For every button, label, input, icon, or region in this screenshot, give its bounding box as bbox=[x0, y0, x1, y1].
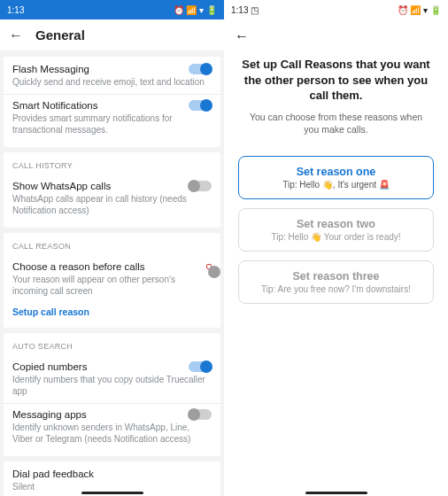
status-time: 1:13 ◳ bbox=[231, 5, 259, 15]
row-title: Dial pad feedback bbox=[12, 469, 94, 479]
row-title: Messaging apps bbox=[12, 409, 87, 420]
setup-subtitle: You can choose from these reasons when y… bbox=[238, 111, 434, 136]
row-title: Copied numbers bbox=[12, 361, 87, 372]
section-label: CALL HISTORY bbox=[4, 154, 220, 175]
reason-tip: Tip: Hello 👋, It's urgent 🚨 bbox=[246, 180, 426, 190]
reason-card-3[interactable]: Set reason three Tip: Are you free now? … bbox=[238, 260, 434, 304]
highlight-box bbox=[206, 264, 212, 269]
reason-title: Set reason one bbox=[246, 166, 426, 178]
reason-card-1[interactable]: Set reason one Tip: Hello 👋, It's urgent… bbox=[238, 156, 434, 199]
call-reason-setup-screen: 1:13 ◳ ⏰ 📶 ▾ 🔋 ← Set up Call Reasons tha… bbox=[224, 0, 448, 496]
card-call-history: CALL HISTORY Show WhatsApp calls WhatsAp… bbox=[4, 152, 220, 228]
toggle-copied-numbers[interactable] bbox=[189, 361, 212, 372]
status-icons: ⏰ 📶 ▾ 🔋 bbox=[398, 5, 441, 15]
app-bar: ← General bbox=[0, 19, 224, 51]
card-call-reason: CALL REASON Choose a reason before calls… bbox=[4, 233, 220, 328]
row-subtitle: Provides smart summary notifications for… bbox=[4, 112, 220, 142]
setup-title: Set up Call Reasons that you want the ot… bbox=[238, 57, 434, 104]
row-title: Smart Notifications bbox=[12, 100, 98, 111]
row-subtitle: WhatsApp calls appear in call history (n… bbox=[4, 193, 220, 222]
row-title: Flash Messaging bbox=[12, 64, 89, 74]
row-subtitle: Identify unknown senders in WhatsApp, Li… bbox=[4, 422, 220, 451]
reason-title: Set reason two bbox=[246, 218, 426, 230]
section-label: CALL REASON bbox=[4, 235, 220, 256]
toggle-flash-messaging[interactable] bbox=[189, 64, 212, 74]
content: Set up Call Reasons that you want the ot… bbox=[224, 53, 448, 313]
row-smart-notifications[interactable]: Smart Notifications bbox=[4, 95, 220, 112]
status-bar: 1:13 ⏰ 📶 ▾ 🔋 bbox=[0, 0, 224, 19]
status-icons: ⏰ 📶 ▾ 🔋 bbox=[174, 5, 217, 15]
row-subtitle: Quickly send and receive emoji, text and… bbox=[4, 76, 220, 94]
gesture-nav-pill bbox=[305, 492, 367, 494]
link-setup-call-reason[interactable]: Setup call reason bbox=[4, 303, 220, 322]
row-subtitle: Your reason will appear on other person'… bbox=[4, 274, 220, 303]
row-messaging-apps[interactable]: Messaging apps bbox=[4, 404, 220, 422]
toggle-whatsapp-calls[interactable] bbox=[189, 181, 212, 191]
card-general: Flash Messaging Quickly send and receive… bbox=[4, 57, 220, 147]
row-dialpad-feedback[interactable]: Dial pad feedback bbox=[4, 463, 220, 481]
back-arrow-icon[interactable]: ← bbox=[235, 28, 249, 44]
reason-card-2[interactable]: Set reason two Tip: Hello 👋 Your order i… bbox=[238, 208, 434, 252]
settings-list[interactable]: Flash Messaging Quickly send and receive… bbox=[0, 51, 224, 496]
row-title: Show WhatsApp calls bbox=[12, 181, 111, 191]
row-copied-numbers[interactable]: Copied numbers bbox=[4, 356, 220, 374]
reason-title: Set reason three bbox=[246, 270, 426, 283]
settings-screen: 1:13 ⏰ 📶 ▾ 🔋 ← General Flash Messaging Q… bbox=[0, 0, 224, 496]
toggle-smart-notifications[interactable] bbox=[189, 100, 212, 111]
status-bar: 1:13 ◳ ⏰ 📶 ▾ 🔋 bbox=[224, 0, 448, 19]
reason-tip: Tip: Are you free now? I'm downstairs! bbox=[246, 284, 426, 294]
gesture-nav-pill bbox=[81, 492, 143, 494]
app-bar: ← bbox=[224, 19, 448, 53]
reason-tip: Tip: Hello 👋 Your order is ready! bbox=[246, 232, 426, 242]
section-label: AUTO SEARCH bbox=[4, 335, 220, 356]
row-choose-reason[interactable]: Choose a reason before calls bbox=[4, 256, 220, 274]
toggle-messaging-apps[interactable] bbox=[189, 409, 212, 420]
back-arrow-icon[interactable]: ← bbox=[9, 27, 23, 43]
page-title: General bbox=[35, 27, 85, 43]
card-auto-search: AUTO SEARCH Copied numbers Identify numb… bbox=[4, 333, 220, 456]
row-flash-messaging[interactable]: Flash Messaging bbox=[4, 58, 220, 76]
row-title: Choose a reason before calls bbox=[12, 261, 145, 272]
status-time: 1:13 bbox=[7, 5, 24, 15]
row-subtitle: Identify numbers that you copy outside T… bbox=[4, 374, 220, 403]
row-show-whatsapp-calls[interactable]: Show WhatsApp calls bbox=[4, 175, 220, 193]
